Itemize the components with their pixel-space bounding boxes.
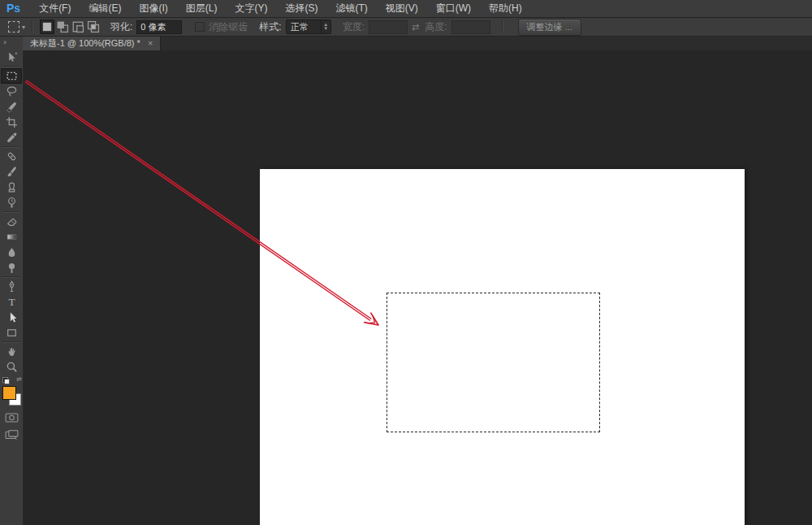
hand-tool-icon (6, 345, 18, 358)
style-dropdown[interactable]: 正常 ▲▼ (286, 20, 331, 34)
zoom-tool-icon (6, 361, 18, 373)
close-icon[interactable]: × (148, 39, 153, 48)
tool-move[interactable] (1, 50, 22, 65)
menu-image[interactable]: 图像(I) (130, 0, 176, 17)
tool-quick-selection[interactable] (1, 99, 22, 115)
path-selection-tool-icon (6, 311, 18, 323)
marquee-selection[interactable] (387, 293, 600, 432)
type-tool-icon: T (6, 296, 18, 308)
menu-filter[interactable]: 滤镜(T) (326, 0, 376, 17)
crop-tool-icon (6, 116, 18, 128)
tool-preset-picker[interactable]: ▾ (8, 21, 25, 33)
history-brush-icon (6, 197, 18, 209)
intersect-selection-button[interactable] (86, 20, 101, 34)
eraser-tool-icon (6, 215, 18, 228)
pen-tool-icon (6, 280, 18, 293)
brush-tool-icon (6, 166, 18, 178)
spot-healing-brush-icon (6, 150, 18, 163)
move-tool-icon (6, 51, 18, 63)
tools-divider (2, 276, 20, 278)
svg-text:T: T (8, 296, 15, 308)
feather-input[interactable] (136, 20, 182, 34)
document-tab-bar: 未标题-1 @ 100%(RGB/8) * × (23, 37, 812, 50)
tools-divider (2, 211, 20, 213)
tool-spot-healing-brush[interactable] (1, 149, 22, 164)
tool-type[interactable]: T (1, 294, 22, 310)
menu-layer[interactable]: 图层(L) (177, 0, 227, 17)
antialias-label: 消除锯齿 (209, 20, 248, 34)
feather-label: 羽化: (110, 20, 132, 34)
options-separator (502, 20, 503, 33)
subtract-from-selection-icon (71, 20, 85, 34)
menu-view[interactable]: 视图(V) (377, 0, 427, 17)
menu-help[interactable]: 帮助(H) (480, 0, 531, 17)
new-selection-icon (40, 20, 54, 34)
document-canvas[interactable] (260, 169, 745, 525)
new-selection-button[interactable] (40, 20, 54, 34)
tool-gradient[interactable] (1, 229, 22, 245)
tool-dodge[interactable] (1, 260, 22, 276)
tools-divider (2, 341, 20, 343)
menu-bar: Ps 文件(F) 编辑(E) 图像(I) 图层(L) 文字(Y) 选择(S) 滤… (0, 0, 812, 18)
refine-edge-button[interactable]: 调整边缘 ... (518, 19, 581, 36)
screen-mode-icon (5, 430, 19, 440)
document-tab-title: 未标题-1 @ 100%(RGB/8) * (30, 37, 140, 50)
tool-zoom[interactable] (1, 359, 22, 375)
tools-panel-collapse-button[interactable]: ›› (0, 37, 23, 50)
chevron-down-icon: ▾ (22, 24, 25, 31)
tools-divider (2, 66, 20, 67)
document-tab[interactable]: 未标题-1 @ 100%(RGB/8) * × (23, 37, 161, 50)
lasso-tool-icon (6, 85, 18, 98)
tool-blur[interactable] (1, 245, 22, 260)
selection-mode-group (40, 20, 101, 34)
screen-mode-button[interactable] (1, 427, 22, 442)
tool-history-brush[interactable] (1, 195, 22, 210)
tool-lasso[interactable] (1, 84, 22, 99)
tools-divider (2, 146, 20, 148)
rectangular-marquee-icon (6, 70, 18, 82)
add-to-selection-icon (55, 20, 70, 34)
dodge-tool-icon (6, 262, 18, 274)
quick-mask-icon (5, 413, 19, 423)
tool-rectangular-marquee[interactable] (1, 68, 22, 84)
tool-eraser[interactable] (1, 214, 22, 229)
swap-dimensions-icon[interactable]: ⇄ (412, 22, 419, 33)
quick-selection-tool-icon (6, 101, 18, 113)
height-input[interactable] (451, 20, 490, 34)
foreground-color-swatch[interactable] (2, 386, 16, 400)
photoshop-logo: Ps (0, 0, 30, 17)
menu-select[interactable]: 选择(S) (276, 0, 326, 17)
add-to-selection-button[interactable] (55, 20, 70, 34)
style-label: 样式: (259, 20, 281, 34)
tool-crop[interactable] (1, 115, 22, 130)
tools-panel: ›› (0, 37, 24, 525)
menu-type[interactable]: 文字(Y) (226, 0, 276, 17)
style-value: 正常 (287, 21, 321, 33)
quick-mask-button[interactable] (1, 410, 22, 425)
marquee-preset-icon (8, 21, 19, 33)
tool-path-selection[interactable] (1, 310, 22, 325)
menu-file[interactable]: 文件(F) (30, 0, 80, 17)
tool-eyedropper[interactable] (1, 130, 22, 145)
tool-brush[interactable] (1, 164, 22, 180)
tool-hand[interactable] (1, 344, 22, 359)
rectangle-shape-tool-icon (6, 327, 18, 339)
width-input[interactable] (369, 20, 408, 34)
eyedropper-tool-icon (6, 132, 18, 144)
antialias-checkbox[interactable] (195, 22, 205, 32)
swap-colors-icon[interactable]: ⇄ (16, 375, 22, 383)
tool-pen[interactable] (1, 279, 22, 294)
subtract-from-selection-button[interactable] (71, 20, 85, 34)
width-label: 宽度: (343, 20, 365, 34)
options-separator (32, 20, 33, 33)
height-label: 高度: (425, 20, 447, 34)
menu-window[interactable]: 窗口(W) (427, 0, 480, 17)
tool-rectangle-shape[interactable] (1, 325, 22, 341)
clone-stamp-icon (6, 181, 18, 193)
default-colors-icon[interactable] (2, 377, 10, 384)
intersect-selection-icon (86, 20, 101, 34)
tool-clone-stamp[interactable] (1, 180, 22, 195)
stepper-arrows-icon: ▲▼ (321, 20, 330, 33)
blur-tool-icon (6, 246, 18, 258)
menu-edit[interactable]: 编辑(E) (80, 0, 130, 17)
